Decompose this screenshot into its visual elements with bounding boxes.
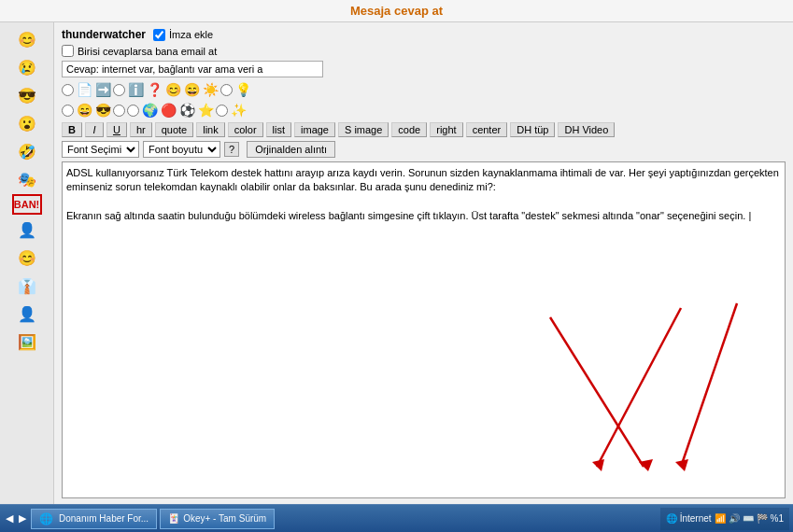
emoji-shine[interactable]: ✨ bbox=[230, 102, 247, 119]
sidebar-icon-4[interactable]: 😮 bbox=[12, 110, 42, 136]
percent-label: %1 bbox=[771, 513, 784, 524]
dh-tup-button[interactable]: DH tüp bbox=[510, 122, 555, 137]
emoji-radio-4[interactable] bbox=[62, 105, 74, 117]
sidebar-icon-5[interactable]: 🤣 bbox=[12, 138, 42, 164]
dh-video-button[interactable]: DH Video bbox=[558, 122, 615, 137]
sidebar-icon-ban[interactable]: BAN! bbox=[12, 194, 42, 215]
sidebar-icon-12[interactable]: 🖼️ bbox=[12, 329, 42, 355]
emoji-radio-7[interactable] bbox=[216, 105, 228, 117]
sidebar-icon-3[interactable]: 😎 bbox=[12, 82, 42, 108]
emoji-arrow[interactable]: ➡️ bbox=[94, 81, 111, 98]
emoji-radio-1[interactable] bbox=[62, 84, 74, 96]
email-row: Birisi cevaplarsa bana email at bbox=[62, 45, 786, 57]
emoji-radio-5[interactable] bbox=[113, 105, 125, 117]
emoji-smile2[interactable]: 😄 bbox=[183, 81, 200, 98]
reply-form: thunderwatcher İmza ekle Birisi cevaplar… bbox=[54, 22, 793, 504]
emoji-star[interactable]: ⭐ bbox=[197, 102, 214, 119]
emoji-radio-3[interactable] bbox=[220, 84, 233, 96]
emoji-row-2: 😄 😎 🌍 🔴 ⚽ ⭐ ✨ bbox=[62, 102, 786, 119]
toolbar-row: B I U hr quote link color list image S i… bbox=[62, 122, 786, 137]
emoji-sun[interactable]: ☀️ bbox=[202, 81, 219, 98]
sidebar-icon-8[interactable]: 👤 bbox=[12, 217, 42, 243]
content-area: 😊 😢 😎 😮 🤣 🎭 BAN! 👤 😊 👔 👤 🖼️ thunderwatch… bbox=[0, 22, 793, 504]
start-area: ◀ ▶ bbox=[4, 511, 28, 526]
sidebar-icon-2[interactable]: 😢 bbox=[12, 54, 42, 80]
emoji-radio-2[interactable] bbox=[113, 84, 125, 96]
taskbar-arrow-left[interactable]: ◀ bbox=[4, 511, 15, 526]
font-row: Font Seçimi Font boyutu ? Orjinalden alı… bbox=[62, 141, 786, 158]
s-image-button[interactable]: S image bbox=[338, 122, 389, 137]
font-family-select[interactable]: Font Seçimi bbox=[62, 141, 139, 158]
systray: 🌐 İnternet 📶 🔊 ⌨️ 🏁 %1 bbox=[660, 508, 789, 530]
emoji-globe[interactable]: 🌍 bbox=[141, 102, 158, 119]
username-label: thunderwatcher bbox=[62, 28, 146, 41]
image-button[interactable]: image bbox=[294, 122, 335, 137]
email-label: Birisi cevaplarsa bana email at bbox=[78, 46, 217, 57]
quote-button[interactable]: quote bbox=[155, 122, 194, 137]
emoji-ball[interactable]: ⚽ bbox=[178, 102, 195, 119]
code-button[interactable]: code bbox=[391, 122, 427, 137]
italic-button[interactable]: I bbox=[85, 122, 104, 137]
font-size-select[interactable]: Font boyutu bbox=[143, 141, 220, 158]
taskbar-arrow-right[interactable]: ▶ bbox=[17, 511, 28, 526]
page-title: Mesaja cevap at bbox=[0, 0, 793, 22]
color-button[interactable]: color bbox=[228, 122, 263, 137]
network-icon: 📶 bbox=[715, 513, 726, 524]
subject-row bbox=[62, 61, 786, 77]
sidebar-icon-6[interactable]: 🎭 bbox=[12, 166, 42, 192]
emoji-bulb[interactable]: 💡 bbox=[234, 81, 251, 98]
sidebar-icon-10[interactable]: 👔 bbox=[12, 273, 42, 299]
taskbar-left: ◀ ▶ 🌐 Donanım Haber For... 🃏 Okey+ - Tam… bbox=[4, 509, 275, 529]
emoji-radio-6[interactable] bbox=[127, 105, 139, 117]
ie-icon: 🌐 bbox=[39, 512, 53, 525]
taskbar: ◀ ▶ 🌐 Donanım Haber For... 🃏 Okey+ - Tam… bbox=[0, 504, 793, 532]
right-button[interactable]: right bbox=[430, 122, 462, 137]
emoji-red[interactable]: 🔴 bbox=[160, 102, 177, 119]
taskbar-app-1[interactable]: 🌐 Donanım Haber For... bbox=[31, 509, 157, 529]
internet-label: İnternet bbox=[680, 513, 712, 524]
reply-subject-input[interactable] bbox=[62, 61, 323, 77]
username-row: thunderwatcher İmza ekle bbox=[62, 28, 786, 41]
left-sidebar: 😊 😢 😎 😮 🤣 🎭 BAN! 👤 😊 👔 👤 🖼️ bbox=[0, 22, 54, 504]
emoji-row-1: 📄 ➡️ ℹ️ ❓ 😊 😄 ☀️ 💡 bbox=[62, 81, 786, 98]
list-button[interactable]: list bbox=[266, 122, 291, 137]
okey-icon: 🃏 bbox=[168, 513, 179, 524]
taskbar-right: 🌐 İnternet 📶 🔊 ⌨️ 🏁 %1 bbox=[660, 508, 789, 530]
emoji-face1[interactable]: 😄 bbox=[76, 102, 92, 119]
bold-button[interactable]: B bbox=[62, 122, 82, 137]
emoji-question[interactable]: ❓ bbox=[146, 81, 163, 98]
main-window: Mesaja cevap at 😊 😢 😎 😮 🤣 🎭 BAN! 👤 😊 👔 👤… bbox=[0, 0, 793, 504]
taskbar-app-2[interactable]: 🃏 Okey+ - Tam Sürüm bbox=[160, 509, 275, 529]
sidebar-icon-11[interactable]: 👤 bbox=[12, 301, 42, 327]
sidebar-icon-1[interactable]: 😊 bbox=[12, 26, 42, 52]
original-quote-button[interactable]: Orjinalden alıntı bbox=[247, 141, 335, 158]
hr-button[interactable]: hr bbox=[130, 122, 152, 137]
emoji-smile1[interactable]: 😊 bbox=[164, 81, 181, 98]
internet-icon: 🌐 bbox=[666, 513, 677, 524]
emoji-doc[interactable]: 📄 bbox=[76, 81, 92, 98]
link-button[interactable]: link bbox=[196, 122, 225, 137]
emoji-info[interactable]: ℹ️ bbox=[127, 81, 144, 98]
email-checkbox[interactable] bbox=[62, 45, 74, 57]
signature-checkbox[interactable] bbox=[153, 29, 165, 41]
volume-icon: 🔊 bbox=[729, 513, 740, 524]
flag-icon: 🏁 bbox=[757, 513, 768, 524]
keyboard-icon: ⌨️ bbox=[743, 513, 754, 524]
signature-label[interactable]: İmza ekle bbox=[153, 29, 213, 41]
font-help-button[interactable]: ? bbox=[224, 142, 239, 157]
underline-button[interactable]: U bbox=[106, 122, 127, 137]
emoji-face2[interactable]: 😎 bbox=[94, 102, 111, 119]
center-button[interactable]: center bbox=[466, 122, 508, 137]
sidebar-icon-9[interactable]: 😊 bbox=[12, 245, 42, 271]
reply-textarea[interactable]: ADSL kullanıyorsanız Türk Telekom destek… bbox=[62, 161, 786, 498]
